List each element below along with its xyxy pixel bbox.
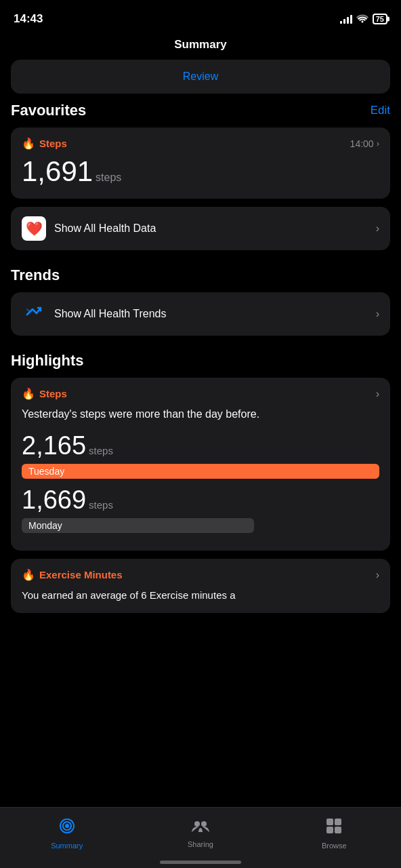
steps-chevron-icon: › [377, 138, 379, 149]
trends-section: Trends Show All Health Trends › [11, 267, 390, 336]
edit-button[interactable]: Edit [371, 104, 390, 117]
steps-highlight-label-row: 🔥 Steps [22, 387, 67, 400]
steps-card[interactable]: 🔥 Steps 14:00 › 1,691steps [11, 127, 390, 199]
scroll-content: Review Favourites Edit 🔥 Steps 14:00 › 1… [0, 60, 401, 692]
svg-rect-3 [326, 818, 333, 825]
show-all-trends-label: Show All Health Trends [54, 308, 368, 320]
summary-tab-label: Summary [51, 842, 83, 850]
wifi-icon [356, 14, 368, 25]
show-all-trends-card[interactable]: Show All Health Trends › [11, 292, 390, 336]
tuesday-stat: 2,165steps [22, 433, 379, 458]
trends-icon-wrapper [22, 302, 46, 326]
exercise-label: Exercise Minutes [39, 569, 123, 580]
review-card[interactable]: Review [11, 60, 390, 94]
tab-bar: Summary Sharing Browse [0, 807, 401, 868]
tuesday-bar: Tuesday [22, 464, 379, 479]
trends-arrows-icon [24, 302, 43, 326]
signal-icon [340, 14, 352, 24]
svg-rect-6 [335, 827, 341, 833]
page-title: Summary [174, 38, 226, 51]
highlight-steps-label: Steps [39, 388, 67, 399]
trends-title: Trends [11, 267, 60, 284]
browse-tab-icon [325, 817, 343, 839]
show-all-health-card[interactable]: ❤️ Show All Health Data › [11, 207, 390, 250]
show-all-health-label: Show All Health Data [54, 222, 368, 235]
highlight-fire-icon: 🔥 [22, 387, 35, 400]
show-all-chevron-icon: › [376, 222, 379, 235]
heart-icon: ❤️ [26, 220, 43, 237]
exercise-fire-icon: 🔥 [22, 568, 35, 581]
monday-stat: 1,669steps [22, 487, 379, 513]
trends-header: Trends [11, 267, 390, 284]
steps-label-row: 🔥 Steps [22, 137, 67, 150]
status-icons: 75 [340, 14, 387, 25]
favourites-header: Favourites Edit [11, 102, 390, 119]
exercise-label-row: 🔥 Exercise Minutes [22, 568, 123, 581]
favourites-section: Favourites Edit 🔥 Steps 14:00 › 1,691ste… [11, 102, 390, 250]
steps-highlight-header: 🔥 Steps › [22, 387, 379, 400]
svg-point-2 [201, 821, 207, 827]
fire-icon: 🔥 [22, 137, 35, 150]
svg-rect-4 [335, 818, 341, 825]
exercise-chevron-icon: › [376, 569, 379, 581]
svg-point-1 [194, 821, 200, 827]
exercise-description: You earned an average of 6 Exercise minu… [22, 588, 379, 602]
svg-point-0 [65, 824, 69, 828]
steps-value: 1,691steps [22, 155, 379, 188]
review-link[interactable]: Review [183, 71, 218, 82]
highlights-header: Highlights [11, 352, 390, 370]
steps-highlight-card[interactable]: 🔥 Steps › Yesterday's steps were more th… [11, 378, 390, 551]
health-app-icon: ❤️ [22, 216, 46, 241]
browse-tab-label: Browse [322, 842, 347, 850]
tab-sharing[interactable]: Sharing [133, 818, 267, 848]
steps-label: Steps [39, 138, 67, 149]
battery-icon: 75 [373, 14, 387, 24]
summary-tab-icon [58, 817, 76, 839]
page-title-bar: Summary [0, 34, 401, 60]
exercise-highlight-card[interactable]: 🔥 Exercise Minutes › You earned an avera… [11, 559, 390, 613]
tuesday-bar-container: Tuesday [22, 464, 379, 479]
highlight-description: Yesterday's steps were more than the day… [22, 407, 379, 422]
tab-summary[interactable]: Summary [0, 817, 133, 850]
steps-card-header: 🔥 Steps 14:00 › [22, 137, 379, 150]
status-bar: 14:43 75 [0, 0, 401, 34]
monday-bar: Monday [22, 518, 254, 533]
tab-browse[interactable]: Browse [268, 817, 401, 850]
favourites-title: Favourites [11, 102, 86, 119]
steps-time: 14:00 › [350, 138, 379, 149]
home-indicator [160, 861, 241, 864]
monday-bar-container: Monday [22, 518, 379, 533]
trends-chevron-icon: › [376, 308, 379, 320]
highlights-section: Highlights 🔥 Steps › Yesterday's steps w… [11, 352, 390, 613]
steps-highlight-inner: 🔥 Steps › Yesterday's steps were more th… [11, 378, 390, 551]
sharing-tab-icon [191, 818, 210, 837]
exercise-highlight-inner: 🔥 Exercise Minutes › You earned an avera… [11, 559, 390, 613]
svg-rect-5 [326, 827, 333, 833]
highlight-steps-chevron-icon: › [376, 388, 379, 400]
sharing-tab-label: Sharing [188, 840, 213, 848]
status-time: 14:43 [14, 12, 43, 26]
exercise-highlight-header: 🔥 Exercise Minutes › [22, 568, 379, 581]
highlights-title: Highlights [11, 352, 84, 370]
